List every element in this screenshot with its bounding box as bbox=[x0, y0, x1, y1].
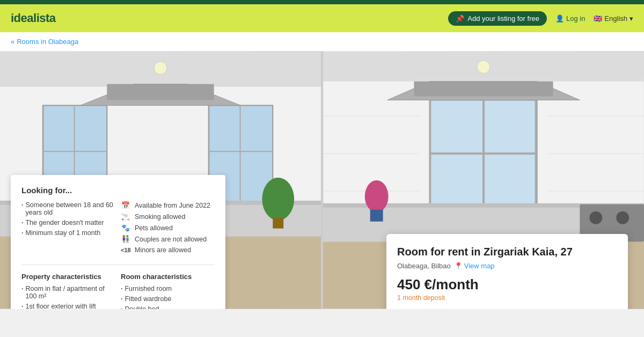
svg-point-14 bbox=[262, 178, 294, 221]
info-card: Looking for... Someone between 18 and 60… bbox=[11, 175, 225, 309]
property-item-0: Room in flat / apartment of 100 m² bbox=[21, 285, 115, 300]
top-bar bbox=[0, 0, 644, 4]
property-item-1: 1st floor exterior with lift bbox=[21, 303, 115, 309]
view-map-link[interactable]: 📍 View map bbox=[454, 262, 495, 270]
property-col: Property characteristics Room in flat / … bbox=[21, 273, 115, 309]
logo: idealista bbox=[11, 11, 56, 25]
back-icon: « bbox=[11, 38, 14, 46]
svg-point-43 bbox=[589, 211, 602, 224]
criteria-col: Someone between 18 and 60 years old The … bbox=[21, 201, 115, 257]
condition-minors: <18 Minors are allowed bbox=[121, 246, 215, 254]
room-item-0: Furnished room bbox=[121, 285, 215, 292]
looking-for-title: Looking for... bbox=[21, 186, 215, 195]
main-content: Looking for... Someone between 18 and 60… bbox=[0, 52, 644, 309]
property-title: Property characteristics bbox=[21, 273, 115, 281]
navigation-bar: idealista 📌 Add your listing for free 👤 … bbox=[0, 4, 644, 32]
divider-1 bbox=[21, 265, 215, 265]
language-button[interactable]: 🇬🇧 English ▾ bbox=[594, 14, 633, 23]
svg-rect-15 bbox=[273, 218, 283, 229]
listing-location: Olabeaga, Bilbao 📍 View map bbox=[397, 262, 617, 270]
chevron-down-icon: ▾ bbox=[630, 14, 633, 23]
location-text: Olabeaga, Bilbao bbox=[397, 262, 451, 270]
add-listing-button[interactable]: 📌 Add your listing for free bbox=[448, 11, 547, 26]
smoking-icon: 🚬 bbox=[121, 213, 130, 221]
breadcrumb-label: Rooms in Olabeaga bbox=[17, 38, 78, 46]
view-map-label: View map bbox=[464, 262, 495, 270]
login-button[interactable]: 👤 Log in bbox=[555, 14, 585, 23]
calendar-icon: 📅 bbox=[121, 201, 130, 209]
svg-rect-18 bbox=[107, 84, 214, 100]
looking-for-content: Someone between 18 and 60 years old The … bbox=[21, 201, 215, 257]
couples-icon: 👫 bbox=[121, 235, 130, 243]
svg-rect-11 bbox=[209, 151, 273, 152]
svg-point-37 bbox=[477, 61, 490, 74]
criteria-item-2: Minimum stay of 1 month bbox=[21, 229, 115, 237]
map-icon: 📍 bbox=[454, 262, 463, 270]
conditions-col: 📅 Available from June 2022 🚬 Smoking all… bbox=[121, 201, 215, 257]
room-item-1: Fitted wardrobe bbox=[121, 295, 215, 303]
listing-card: Room for rent in Zirgariak Kaia, 27 Olab… bbox=[386, 234, 628, 309]
add-listing-label: Add your listing for free bbox=[467, 14, 539, 23]
age-icon: <18 bbox=[121, 247, 130, 253]
criteria-item-1: The gender doesn't matter bbox=[21, 219, 115, 226]
svg-rect-27 bbox=[482, 100, 485, 207]
characteristics-content: Property characteristics Room in flat / … bbox=[21, 273, 215, 309]
svg-rect-41 bbox=[414, 82, 553, 97]
room-col: Room characteristics Furnished room Fitt… bbox=[121, 273, 215, 309]
pin-icon: 📌 bbox=[456, 14, 464, 23]
deposit-text: 1 month deposit bbox=[397, 294, 617, 302]
room-item-2: Double bed bbox=[121, 305, 215, 309]
condition-pets: 🐾 Pets allowed bbox=[121, 224, 215, 232]
login-label: Log in bbox=[566, 14, 585, 23]
svg-point-16 bbox=[154, 62, 167, 75]
svg-point-38 bbox=[365, 180, 389, 213]
pets-icon: 🐾 bbox=[121, 224, 130, 232]
flag-icon: 🇬🇧 bbox=[594, 14, 602, 23]
condition-couples: 👫 Couples are not allowed bbox=[121, 235, 215, 243]
criteria-item-0: Someone between 18 and 60 years old bbox=[21, 201, 115, 216]
svg-rect-7 bbox=[43, 151, 107, 152]
listing-title: Room for rent in Zirgariak Kaia, 27 bbox=[397, 245, 617, 259]
user-icon: 👤 bbox=[555, 14, 564, 23]
language-label: English bbox=[604, 14, 627, 23]
condition-available: 📅 Available from June 2022 bbox=[121, 201, 215, 209]
svg-rect-39 bbox=[370, 210, 383, 222]
svg-point-44 bbox=[616, 211, 629, 224]
breadcrumb-link[interactable]: « Rooms in Olabeaga bbox=[11, 38, 633, 46]
svg-rect-10 bbox=[240, 105, 241, 201]
listing-price: 450 €/month bbox=[397, 276, 617, 293]
breadcrumb-bar: « Rooms in Olabeaga bbox=[0, 32, 644, 52]
condition-smoking: 🚬 Smoking allowed bbox=[121, 213, 215, 221]
room-title: Room characteristics bbox=[121, 273, 215, 281]
header-actions: 📌 Add your listing for free 👤 Log in 🇬🇧 … bbox=[448, 11, 633, 26]
